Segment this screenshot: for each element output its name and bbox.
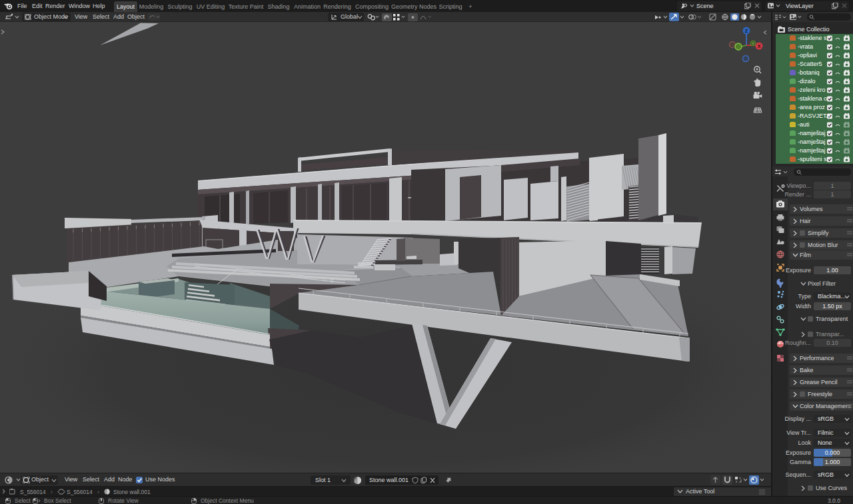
svg-text:Z: Z	[745, 29, 748, 33]
svg-text:X: X	[758, 44, 761, 49]
